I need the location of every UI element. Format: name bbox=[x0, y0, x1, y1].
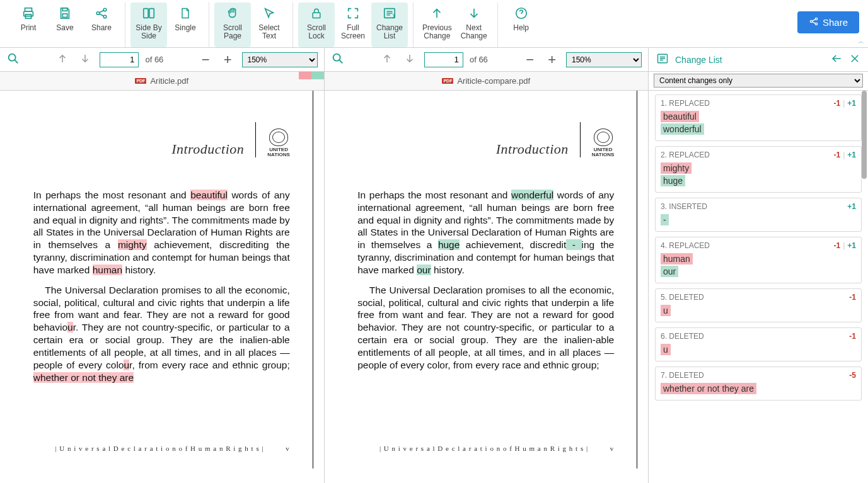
save-icon bbox=[58, 5, 72, 21]
arrow-up-icon bbox=[430, 5, 444, 21]
side-by-side-label: Side By Side bbox=[136, 24, 161, 40]
change-index: 2. REPLACED bbox=[661, 151, 834, 159]
page-input-right[interactable] bbox=[424, 52, 463, 67]
tab-right-label: Ariticle-compare.pdf bbox=[457, 76, 530, 86]
diff-ins-chip: our bbox=[661, 266, 678, 277]
diff-del[interactable]: human bbox=[93, 264, 122, 275]
change-list-header: Change List bbox=[649, 48, 868, 71]
close-icon[interactable] bbox=[849, 53, 860, 66]
page-right: Introduction UNITED NATIONS In perhaps t… bbox=[335, 91, 637, 469]
select-text-label: Select Text bbox=[258, 24, 279, 40]
zoom-select-right[interactable]: 150% bbox=[566, 52, 642, 67]
diff-ins[interactable]: huge bbox=[438, 239, 460, 250]
diff-del[interactable]: beautiful bbox=[190, 190, 228, 200]
diff-del[interactable]: whether or not they are bbox=[33, 372, 134, 383]
un-logo-block: UNITED NATIONS bbox=[267, 128, 289, 157]
change-filter-select[interactable]: Content changes only bbox=[654, 74, 863, 88]
change-index: 3. INSERTED bbox=[661, 202, 847, 211]
next-change-button[interactable]: Next Change bbox=[456, 3, 492, 47]
single-label: Single bbox=[175, 24, 195, 32]
select-text-button[interactable]: Select Text bbox=[251, 3, 287, 47]
save-button[interactable]: Save bbox=[47, 3, 83, 47]
diff-del-chip: beautiful bbox=[661, 111, 699, 122]
change-list-title: Change List bbox=[675, 55, 824, 65]
page-input-left[interactable] bbox=[100, 52, 139, 67]
change-index: 4. REPLACED bbox=[661, 241, 834, 250]
save-label: Save bbox=[56, 24, 73, 32]
svg-rect-4 bbox=[62, 14, 67, 17]
share-button[interactable]: Share bbox=[83, 3, 120, 47]
print-icon bbox=[21, 5, 35, 21]
search-icon[interactable] bbox=[6, 52, 20, 67]
fullscreen-icon bbox=[346, 5, 360, 21]
share-icon bbox=[95, 5, 108, 21]
page-up-icon[interactable] bbox=[54, 53, 71, 66]
tab-right[interactable]: PDF Ariticle-compare.pdf bbox=[325, 72, 649, 91]
help-button[interactable]: Help bbox=[503, 3, 540, 47]
full-screen-button[interactable]: Full Screen bbox=[335, 3, 371, 47]
scroll-page-button[interactable]: Scroll Page bbox=[214, 3, 251, 47]
change-index: 1. REPLACED bbox=[661, 99, 834, 108]
intro-heading: Introduction bbox=[171, 141, 244, 157]
change-card[interactable]: 1. REPLACED-1|+1beautifulwonderful bbox=[655, 94, 862, 141]
change-list-icon bbox=[656, 52, 669, 67]
tab-left[interactable]: PDF Ariticle.pdf bbox=[0, 72, 325, 91]
diff-ins[interactable]: our bbox=[417, 264, 431, 275]
page-up-icon[interactable] bbox=[379, 53, 395, 66]
page-down-icon[interactable] bbox=[402, 53, 418, 66]
doc-pane-left[interactable]: Introduction UNITED NATIONS In perhaps t… bbox=[0, 91, 325, 483]
nav-pane-right: of 66 − + 150% bbox=[325, 48, 649, 71]
change-card[interactable]: 5. DELETED-1u bbox=[655, 288, 862, 322]
collapse-toolbar-icon[interactable]: ︿ bbox=[858, 37, 864, 46]
diff-ins-chip: wonderful bbox=[661, 123, 704, 135]
zoom-in-right[interactable]: + bbox=[544, 53, 560, 67]
svg-rect-10 bbox=[313, 13, 320, 18]
intro-heading: Introduction bbox=[496, 141, 569, 157]
zoom-in-left[interactable]: + bbox=[220, 53, 236, 67]
change-list-label: Change List bbox=[376, 24, 403, 40]
change-card[interactable]: 2. REPLACED-1|+1mightyhuge bbox=[655, 146, 862, 193]
diff-del[interactable]: u bbox=[124, 360, 129, 370]
scroll-page-label: Scroll Page bbox=[223, 24, 242, 40]
diff-del[interactable]: u bbox=[67, 322, 73, 332]
zoom-select-left[interactable]: 150% bbox=[242, 52, 318, 67]
print-button[interactable]: Print bbox=[10, 3, 47, 47]
zoom-out-right[interactable]: − bbox=[522, 53, 538, 67]
single-icon bbox=[179, 5, 192, 21]
change-list-body[interactable]: 1. REPLACED-1|+1beautifulwonderful2. REP… bbox=[649, 91, 868, 483]
scroll-lock-button[interactable]: Scroll Lock bbox=[298, 3, 335, 47]
previous-change-button[interactable]: Previous Change bbox=[419, 3, 456, 47]
change-index: 5. DELETED bbox=[661, 293, 849, 302]
diff-del-chip: u bbox=[661, 305, 671, 316]
share-primary-button[interactable]: Share bbox=[797, 11, 859, 33]
single-button[interactable]: Single bbox=[167, 3, 204, 47]
page-footer: | U n i v e r s a l D e c l a r a t i o … bbox=[357, 445, 614, 452]
previous-change-label: Previous Change bbox=[422, 24, 452, 40]
diff-del[interactable]: mighty bbox=[118, 239, 147, 250]
back-arrow-icon[interactable] bbox=[830, 52, 843, 67]
tab-left-label: Ariticle.pdf bbox=[150, 76, 188, 86]
diff-ins[interactable]: - bbox=[566, 239, 581, 250]
page-down-icon[interactable] bbox=[77, 53, 93, 66]
change-card[interactable]: 3. INSERTED+1- bbox=[655, 198, 862, 232]
zoom-out-left[interactable]: − bbox=[198, 53, 214, 67]
side-by-side-icon bbox=[142, 5, 156, 21]
change-card[interactable]: 7. DELETED-5whether or not they are bbox=[655, 367, 862, 401]
doc-pane-right[interactable]: Introduction UNITED NATIONS In perhaps t… bbox=[325, 91, 649, 483]
un-logo-icon bbox=[269, 128, 288, 146]
body-text-left: In perhaps the most resonant and beautif… bbox=[33, 189, 290, 384]
change-card[interactable]: 4. REPLACED-1|+1humanour bbox=[655, 237, 862, 283]
diff-ins[interactable]: wonderful bbox=[511, 190, 553, 200]
side-by-side-button[interactable]: Side By Side bbox=[130, 3, 167, 47]
search-icon[interactable] bbox=[331, 52, 345, 67]
next-change-label: Next Change bbox=[461, 24, 487, 40]
change-list-button[interactable]: Change List bbox=[371, 3, 408, 47]
hand-icon bbox=[226, 5, 240, 21]
diff-del-chip: human bbox=[661, 253, 693, 264]
change-card[interactable]: 6. DELETED-1u bbox=[655, 327, 862, 361]
svg-point-16 bbox=[9, 54, 16, 61]
share-label: Share bbox=[91, 24, 112, 32]
svg-rect-3 bbox=[62, 8, 67, 11]
help-icon bbox=[514, 5, 528, 21]
change-index: 7. DELETED bbox=[661, 371, 849, 380]
